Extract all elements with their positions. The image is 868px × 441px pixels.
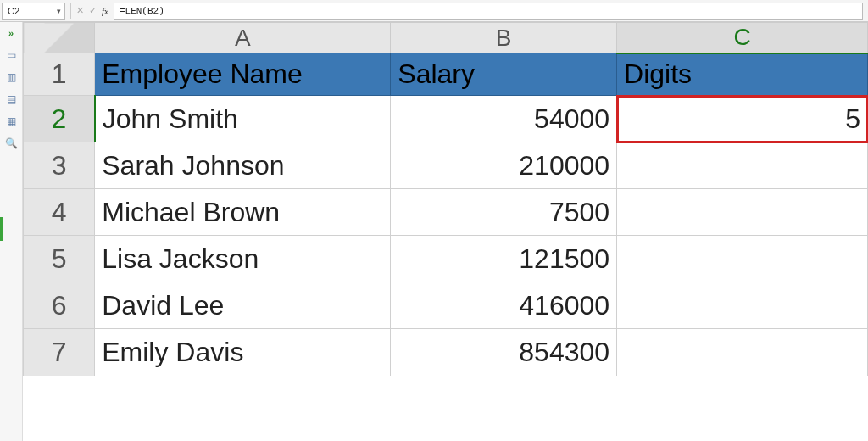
sidebar-icon-2[interactable]: ▥	[4, 71, 18, 83]
cell-B5[interactable]: 121500	[391, 236, 617, 282]
row-3: 3 Sarah Johnson 210000	[24, 142, 868, 189]
cell-C5[interactable]	[617, 236, 868, 282]
row-2: 2 John Smith 54000 5	[24, 96, 868, 142]
sidebar-icon-1[interactable]: ▭	[4, 49, 18, 61]
cell-A5[interactable]: Lisa Jackson	[95, 236, 391, 282]
row-header-3[interactable]: 3	[24, 142, 95, 189]
row-4: 4 Michael Brown 7500	[24, 189, 868, 236]
row-header-2[interactable]: 2	[24, 96, 95, 142]
row-header-5[interactable]: 5	[24, 236, 95, 282]
accept-icon[interactable]: ✓	[89, 5, 97, 16]
cell-B4[interactable]: 7500	[391, 189, 617, 236]
cancel-icon[interactable]: ✕	[76, 5, 84, 16]
spreadsheet-grid[interactable]: A B C 1 Employee Name Salary Digits 2 Jo…	[23, 22, 868, 376]
spreadsheet-app: C2 ▾ ✕ ✓ fx =LEN(B2) » ▭ ▥ ▤ ▦ 🔍 A	[0, 0, 868, 441]
select-all-corner[interactable]	[24, 23, 95, 53]
name-box[interactable]: C2 ▾	[2, 3, 65, 20]
row-header-1[interactable]: 1	[24, 53, 95, 96]
formula-bar-icons: ✕ ✓ fx	[76, 5, 108, 16]
row-6: 6 David Lee 416000	[24, 282, 868, 329]
binoculars-icon[interactable]: 🔍	[4, 137, 18, 149]
sheet-area: A B C 1 Employee Name Salary Digits 2 Jo…	[23, 22, 868, 441]
cell-C2[interactable]: 5	[617, 96, 868, 142]
side-panel-rail: » ▭ ▥ ▤ ▦ 🔍	[0, 22, 23, 441]
row-7: 7 Emily Davis 854300	[24, 329, 868, 376]
cell-A7[interactable]: Emily Davis	[95, 329, 391, 376]
formula-text: =LEN(B2)	[120, 6, 164, 16]
row-header-7[interactable]: 7	[24, 329, 95, 376]
cell-A1[interactable]: Employee Name	[95, 53, 391, 96]
formula-input[interactable]: =LEN(B2)	[114, 3, 863, 20]
cell-B3[interactable]: 210000	[391, 142, 617, 189]
cell-A6[interactable]: David Lee	[95, 282, 391, 329]
formula-bar: C2 ▾ ✕ ✓ fx =LEN(B2)	[0, 0, 868, 22]
name-box-value: C2	[8, 6, 19, 16]
cell-B1[interactable]: Salary	[391, 53, 617, 96]
cell-B6[interactable]: 416000	[391, 282, 617, 329]
chevron-down-icon: ▾	[57, 7, 61, 15]
cell-A3[interactable]: Sarah Johnson	[95, 142, 391, 189]
cell-C4[interactable]	[617, 189, 868, 236]
row-1: 1 Employee Name Salary Digits	[24, 53, 868, 96]
cell-B2[interactable]: 54000	[391, 96, 617, 142]
cell-C3[interactable]	[617, 142, 868, 189]
fx-icon[interactable]: fx	[102, 6, 108, 16]
row-header-6[interactable]: 6	[24, 282, 95, 329]
active-indicator	[0, 217, 3, 241]
column-header-C[interactable]: C	[617, 23, 868, 53]
cell-C7[interactable]	[617, 329, 868, 376]
cell-C6[interactable]	[617, 282, 868, 329]
row-5: 5 Lisa Jackson 121500	[24, 236, 868, 282]
sidebar-icon-3[interactable]: ▤	[4, 93, 18, 105]
cell-C1[interactable]: Digits	[617, 53, 868, 96]
expand-panel-icon[interactable]: »	[4, 27, 18, 39]
cell-B7[interactable]: 854300	[391, 329, 617, 376]
column-header-B[interactable]: B	[391, 23, 617, 53]
row-header-4[interactable]: 4	[24, 189, 95, 236]
sidebar-icon-grid[interactable]: ▦	[4, 115, 18, 127]
column-header-row: A B C	[24, 23, 868, 53]
column-header-A[interactable]: A	[95, 23, 391, 53]
cell-A2[interactable]: John Smith	[95, 96, 391, 142]
cell-A4[interactable]: Michael Brown	[95, 189, 391, 236]
separator	[70, 3, 71, 19]
